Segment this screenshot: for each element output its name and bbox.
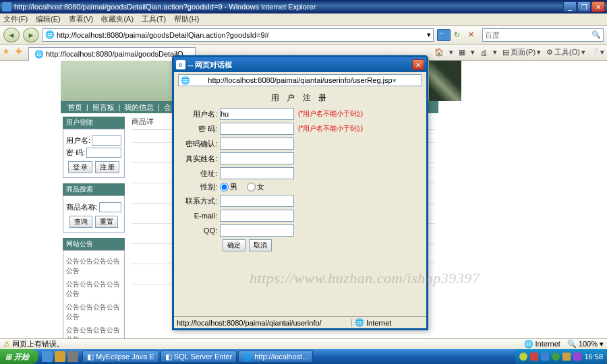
start-button[interactable]: ⊞ 开始 <box>0 349 38 364</box>
ok-button[interactable]: 确定 <box>223 239 245 251</box>
login-user-input[interactable] <box>92 135 121 146</box>
password-hint: (*用户名不能小于6位) <box>298 124 363 133</box>
email-input[interactable] <box>220 210 294 222</box>
web-dialog: e -- 网页对话框 ✕ 🌐 http://localhost:8080/pai… <box>172 55 428 330</box>
task-sqlserver[interactable]: ◧SQL Server Enter <box>161 351 237 363</box>
menubar: 文件(F) 编辑(E) 查看(V) 收藏夹(A) 工具(T) 帮助(H) <box>0 13 607 26</box>
reset-button[interactable]: 重置 <box>95 216 118 228</box>
tray-icon[interactable] <box>519 353 527 361</box>
realname-input[interactable] <box>220 152 294 164</box>
feed-icon[interactable]: ▦ <box>459 48 465 57</box>
search-box[interactable]: 🔍 <box>482 28 604 42</box>
announce-item[interactable]: 公告公告公告公告公告 <box>66 278 121 301</box>
contact-input[interactable] <box>220 195 294 207</box>
announce-item[interactable]: 公告公告公告公告公告 <box>66 255 121 278</box>
print-icon[interactable]: 🖨 <box>480 49 488 57</box>
menu-file[interactable]: 文件(F) <box>3 14 28 24</box>
page-icon: 🌐 <box>45 30 55 39</box>
address-bar[interactable]: 🌐 ▾ <box>42 28 434 42</box>
warning-icon[interactable]: ⚠ <box>3 340 10 348</box>
stop-icon[interactable]: ✕ <box>468 30 479 39</box>
query-button[interactable]: 查询 <box>69 216 92 228</box>
tools-menu[interactable]: ⚙工具(O)▾ <box>546 47 585 57</box>
nav-home[interactable]: 首页 <box>67 102 82 113</box>
login-pass-input[interactable] <box>86 148 121 158</box>
url-input[interactable] <box>57 31 425 39</box>
dialog-address-bar[interactable]: 🌐 http://localhost:8080/paimai/qiantai/u… <box>178 74 422 86</box>
confirm-input[interactable] <box>220 138 294 150</box>
gender-female-radio[interactable] <box>247 183 256 191</box>
maximize-button[interactable]: ❐ <box>577 1 591 12</box>
ql-ie-icon[interactable] <box>42 351 53 362</box>
taskbar: ⊞ 开始 ◧MyEclipse Java E ◧SQL Server Enter… <box>0 349 607 364</box>
ql-folder-icon[interactable] <box>55 351 65 362</box>
cancel-button[interactable]: 取消 <box>249 239 272 251</box>
dialog-close-button[interactable]: ✕ <box>412 59 424 70</box>
ql-desktop-icon[interactable] <box>67 351 78 362</box>
go-button[interactable]: → <box>437 29 451 41</box>
nav-myinfo[interactable]: 我的信息 <box>124 102 154 113</box>
forward-button[interactable]: ► <box>23 28 39 42</box>
favorites-star-icon[interactable]: ★ <box>3 47 13 58</box>
tab-title: http://localhost:8080/paimai/goodsDetail… <box>46 50 190 58</box>
dialog-page-icon: 🌐 <box>181 76 208 85</box>
password-label: 密 码: <box>179 124 220 134</box>
window-titlebar: http://localhost:8080/paimai/goodsDetail… <box>0 0 607 13</box>
status-zone: Internet <box>536 340 560 348</box>
tray-icon[interactable] <box>541 353 549 361</box>
search-input[interactable] <box>485 31 591 39</box>
help-icon[interactable]: ❔▾ <box>591 48 604 57</box>
browser-statusbar: ⚠ 网页上有错误。 🌐Internet 🔍100%▾ <box>0 338 607 349</box>
tab-active[interactable]: 🌐 http://localhost:8080/paimai/goodsDeta… <box>28 47 196 61</box>
tray-icon[interactable] <box>552 353 560 361</box>
search-name-input[interactable] <box>99 202 121 212</box>
address-input[interactable] <box>220 167 294 179</box>
login-button[interactable]: 登 录 <box>68 161 93 173</box>
page-menu[interactable]: ▤页面(P)▾ <box>502 47 541 57</box>
task-myeclipse[interactable]: ◧MyEclipse Java E <box>82 351 159 363</box>
search-icon[interactable]: 🔍 <box>591 30 601 39</box>
tray-icon[interactable] <box>562 353 571 361</box>
announce-item[interactable]: 公告公告公告公告公告 <box>66 301 121 324</box>
dialog-addr-dropdown-icon[interactable]: ▾ <box>393 76 420 85</box>
menu-edit[interactable]: 编辑(E) <box>36 14 61 24</box>
internet-zone-icon: 🌐 <box>524 340 533 348</box>
password-input[interactable] <box>220 123 294 135</box>
clock[interactable]: 16:58 <box>584 353 603 361</box>
task-browser[interactable]: 🌐http://localhost... <box>238 351 313 363</box>
gender-male-radio[interactable] <box>220 183 229 191</box>
qq-input[interactable] <box>220 224 294 237</box>
confirm-label: 密码确认: <box>179 139 220 149</box>
tray-icon[interactable] <box>573 353 581 361</box>
tray-icon[interactable] <box>530 353 538 361</box>
realname-label: 真实姓名: <box>179 154 220 164</box>
username-input[interactable] <box>220 108 294 120</box>
dialog-icon: e <box>176 60 185 69</box>
add-favorites-icon[interactable]: ✚ <box>16 47 26 58</box>
menu-favorites[interactable]: 收藏夹(A) <box>101 14 134 24</box>
back-button[interactable]: ◄ <box>3 28 20 42</box>
minimize-button[interactable]: _ <box>563 1 577 12</box>
dialog-status-url: http://localhost:8080/paimai/qiantai/use… <box>174 319 352 327</box>
register-button[interactable]: 注 册 <box>95 161 120 173</box>
ie-icon <box>2 2 11 11</box>
menu-view[interactable]: 查看(V) <box>69 14 94 24</box>
addr-dropdown-icon[interactable]: ▾ <box>427 30 431 39</box>
home-icon[interactable]: 🏠 <box>434 48 444 57</box>
menu-help[interactable]: 帮助(H) <box>174 14 199 24</box>
login-pass-label: 密 码: <box>66 148 85 158</box>
menu-tools[interactable]: 工具(T) <box>142 14 166 24</box>
username-label: 用户名: <box>179 109 220 119</box>
nav-board[interactable]: 留言板 <box>92 102 115 113</box>
dialog-statusbar: http://localhost:8080/paimai/qiantai/use… <box>174 316 426 328</box>
zoom-icon[interactable]: 🔍 <box>567 340 577 348</box>
contact-label: 联系方式: <box>179 196 220 206</box>
system-tray: 16:58 <box>515 349 607 364</box>
close-button[interactable]: ✕ <box>591 1 605 12</box>
address-label: 住址: <box>179 169 220 179</box>
reload-icon[interactable]: ↻ <box>454 30 465 39</box>
windows-logo-icon: ⊞ <box>5 353 11 361</box>
search-panel-title: 商品搜索 <box>63 183 125 195</box>
dialog-title: -- 网页对话框 <box>188 60 412 70</box>
announce-item[interactable]: 公告公告公告公告公告 <box>66 324 121 338</box>
